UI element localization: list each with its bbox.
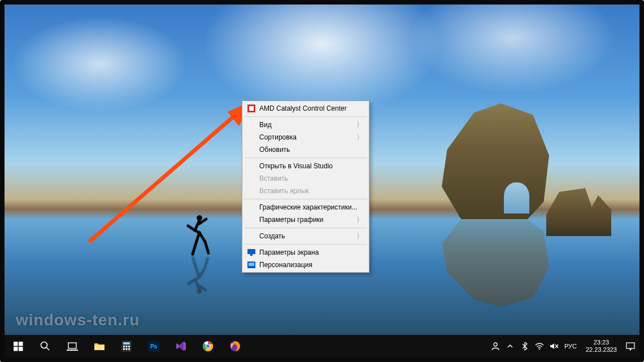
clock-time: 23:23	[586, 339, 617, 346]
ctx-separator	[244, 158, 367, 158]
submenu-arrow-icon: 〉	[356, 120, 363, 130]
taskbar-spacer	[249, 335, 488, 357]
ctx-open-vs[interactable]: Открыть в Visual Studio	[243, 160, 368, 172]
ctx-separator	[244, 244, 367, 245]
ctx-paste: Вставить	[243, 172, 368, 185]
visual-studio-button[interactable]	[167, 335, 194, 357]
ctx-label: Вставить ярлык	[259, 187, 309, 195]
svg-rect-24	[123, 348, 125, 350]
clock-date: 22.23.2323	[586, 346, 617, 354]
notification-icon[interactable]	[626, 342, 635, 351]
ctx-refresh[interactable]: Обновить	[243, 143, 368, 156]
taskbar: Ps РУС 23:23 22.23.2323	[5, 335, 639, 357]
svg-rect-16	[68, 343, 76, 348]
svg-rect-23	[128, 346, 130, 347]
ctx-view[interactable]: Вид 〉	[243, 119, 368, 131]
ctx-personalize[interactable]: Персонализация	[243, 259, 368, 271]
svg-point-31	[206, 344, 210, 348]
submenu-arrow-icon: 〉	[356, 232, 363, 241]
svg-point-14	[41, 342, 47, 348]
visual-studio-icon	[175, 341, 186, 352]
task-view-icon	[67, 342, 78, 351]
svg-rect-21	[123, 346, 125, 347]
ctx-sort[interactable]: Сортировка 〉	[243, 131, 368, 143]
svg-rect-12	[14, 347, 18, 351]
people-icon[interactable]	[491, 342, 500, 351]
firefox-icon	[229, 341, 241, 352]
ctx-label: Обновить	[259, 146, 290, 154]
ctx-paste-shortcut: Вставить ярлык	[243, 185, 368, 197]
wallpaper-runner	[182, 213, 211, 256]
wallpaper-rock-reflection	[442, 219, 549, 307]
chevron-up-icon[interactable]	[506, 342, 515, 351]
svg-rect-9	[249, 263, 254, 266]
search-button[interactable]	[32, 335, 59, 357]
bluetooth-icon[interactable]	[520, 342, 529, 351]
ctx-graphics-props[interactable]: Графические характеристики...	[243, 201, 368, 213]
ctx-amd-catalyst[interactable]: AMD Catalyst Control Center	[243, 102, 368, 115]
svg-point-33	[494, 343, 497, 346]
firefox-button[interactable]	[221, 335, 249, 357]
svg-rect-10	[14, 342, 18, 346]
ctx-label: Персонализация	[259, 261, 312, 269]
ctx-label: Графические характеристики...	[259, 203, 357, 211]
svg-rect-7	[250, 254, 253, 256]
chrome-button[interactable]	[194, 335, 221, 357]
wifi-icon[interactable]	[535, 342, 544, 351]
svg-rect-22	[126, 346, 128, 347]
clock[interactable]: 23:23 22.23.2323	[582, 339, 620, 353]
ctx-separator	[244, 228, 367, 228]
photoshop-button[interactable]: Ps	[140, 335, 167, 357]
calculator-icon	[121, 341, 132, 352]
ctx-separator	[244, 199, 367, 199]
svg-rect-6	[247, 249, 255, 254]
annotation-arrow	[84, 101, 253, 247]
search-icon	[40, 341, 50, 351]
system-tray: РУС 23:23 22.23.2323	[488, 335, 639, 357]
desktop-wallpaper[interactable]: windows-ten.ru AMD Catalyst Control Cent…	[5, 5, 639, 335]
svg-rect-25	[126, 348, 128, 350]
ctx-label: Сортировка	[259, 133, 297, 141]
ctx-label: Параметры графики	[259, 216, 324, 224]
ctx-label: Создать	[259, 232, 285, 240]
desktop-context-menu: AMD Catalyst Control Center Вид 〉 Сортир…	[242, 101, 369, 273]
ctx-label: Параметры экрана	[259, 248, 319, 256]
wallpaper-rock-small	[546, 188, 611, 236]
svg-line-15	[46, 347, 49, 350]
calculator-button[interactable]	[113, 335, 140, 357]
ctx-display-settings[interactable]: Параметры экрана	[243, 246, 368, 259]
language-indicator[interactable]: РУС	[564, 343, 577, 350]
ctx-graphics-params[interactable]: Параметры графики 〉	[243, 213, 368, 226]
explorer-icon	[94, 342, 105, 351]
watermark: windows-ten.ru	[16, 311, 140, 329]
svg-rect-18	[94, 345, 105, 350]
windows-icon	[14, 342, 23, 351]
svg-text:Ps: Ps	[150, 343, 158, 350]
ctx-label: AMD Catalyst Control Center	[259, 104, 347, 112]
wallpaper-rock-arch	[504, 182, 529, 213]
svg-rect-20	[123, 342, 130, 344]
wallpaper-rock	[442, 103, 549, 219]
screen: windows-ten.ru AMD Catalyst Control Cent…	[0, 0, 644, 362]
photoshop-icon: Ps	[148, 341, 159, 352]
submenu-arrow-icon: 〉	[356, 215, 363, 225]
svg-point-34	[539, 349, 540, 350]
explorer-button[interactable]	[86, 335, 113, 357]
ctx-new[interactable]: Создать 〉	[243, 230, 368, 242]
display-icon	[247, 248, 256, 257]
wallpaper-runner-reflection	[182, 256, 211, 295]
svg-rect-5	[249, 106, 254, 111]
personalize-icon	[247, 260, 256, 269]
ctx-separator	[244, 116, 367, 117]
task-view-button[interactable]	[59, 335, 86, 357]
ctx-label: Открыть в Visual Studio	[259, 162, 333, 170]
volume-mute-icon[interactable]	[550, 342, 559, 351]
taskbar-pinned: Ps	[5, 335, 249, 357]
svg-rect-13	[19, 347, 23, 351]
svg-rect-11	[19, 342, 23, 346]
start-button[interactable]	[5, 335, 32, 357]
amd-icon	[247, 104, 256, 113]
svg-line-2	[89, 112, 239, 242]
svg-rect-35	[626, 343, 634, 348]
ctx-label: Вставить	[259, 175, 288, 182]
